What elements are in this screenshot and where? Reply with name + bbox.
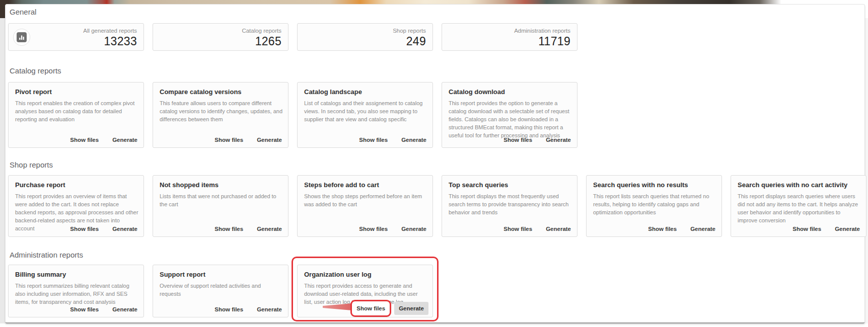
catalog-reports-row: Pivot report This report enables the cre…: [8, 82, 864, 148]
stat-label: Catalog reports: [242, 28, 281, 34]
report-card-support-report: Support report Overview of support relat…: [153, 265, 288, 317]
stat-value: 11719: [538, 35, 570, 48]
generate-button[interactable]: Generate: [690, 226, 715, 232]
report-description: This report enables the creation of comp…: [9, 96, 143, 123]
section-heading-catalog-reports: Catalog reports: [8, 66, 864, 75]
stat-card-catalog-reports: Catalog reports 1265: [153, 23, 288, 51]
report-card-catalog-landscape: Catalog landscape List of catalogs and t…: [297, 82, 433, 148]
stat-card-shop-reports: Shop reports 249: [297, 23, 433, 51]
show-files-button[interactable]: Show files: [359, 226, 388, 232]
report-card-organization-user-log: Organization user log This report provid…: [297, 265, 433, 317]
report-card-purchase-report: Purchase report This report provides an …: [8, 175, 144, 237]
stat-value: 249: [406, 35, 426, 48]
generate-button[interactable]: Generate: [257, 137, 282, 143]
report-title: Steps before add to cart: [298, 176, 432, 189]
reports-panel: General All generated reports 13233 Cata…: [5, 4, 865, 323]
report-description: List of catalogs and their assignement t…: [298, 96, 432, 123]
show-files-button[interactable]: Show files: [792, 226, 821, 232]
administration-reports-row: Billing summary This report summarizes b…: [8, 265, 864, 317]
report-card-billing-summary: Billing summary This report summarizes b…: [8, 265, 144, 317]
report-title: Top search queries: [442, 176, 577, 189]
stat-card-administration-reports: Administration reports 11719: [442, 23, 577, 51]
report-description: This report displays search queries wher…: [731, 189, 866, 224]
report-card-catalog-download: Catalog download This report provides th…: [442, 82, 577, 148]
show-files-button[interactable]: Show files: [70, 226, 99, 232]
report-description: This report displays the most frequently…: [442, 189, 577, 216]
show-files-button[interactable]: Show files: [503, 226, 532, 232]
report-description: Overview of support related activities a…: [153, 278, 288, 298]
report-title: Not shopped items: [153, 176, 288, 189]
stat-label: Shop reports: [393, 28, 426, 34]
generate-button[interactable]: Generate: [546, 226, 571, 232]
generate-button[interactable]: Generate: [546, 137, 571, 143]
report-title: Support report: [153, 265, 288, 278]
report-title: Pivot report: [9, 83, 143, 96]
report-title: Compare catalog versions: [153, 83, 288, 96]
report-title: Catalog download: [442, 83, 577, 96]
report-card-compare-catalog-versions: Compare catalog versions This feature al…: [153, 82, 288, 148]
bar-chart-icon: [13, 29, 30, 46]
report-card-steps-before-add-to-cart: Steps before add to cart Shows the shop …: [297, 175, 433, 237]
generate-button[interactable]: Generate: [394, 302, 428, 315]
report-card-not-shopped-items: Not shopped items Lists items that were …: [153, 175, 288, 237]
show-files-button[interactable]: Show files: [214, 306, 243, 312]
report-card-search-queries-no-cart-activity: Search queries with no cart activity Thi…: [731, 175, 866, 237]
show-files-button[interactable]: Show files: [356, 305, 385, 311]
report-description: Lists items that were not purchased or a…: [153, 189, 288, 208]
show-files-button[interactable]: Show files: [503, 137, 532, 143]
stat-label: Administration reports: [514, 28, 570, 34]
section-heading-shop-reports: Shop reports: [8, 160, 864, 169]
show-files-button[interactable]: Show files: [214, 137, 243, 143]
show-files-button[interactable]: Show files: [359, 137, 388, 143]
generate-button[interactable]: Generate: [257, 226, 282, 232]
report-title: Search queries with no cart activity: [731, 176, 866, 189]
annotation-highlight-box: Show files: [350, 300, 391, 317]
report-description: This report lists search queries that re…: [587, 189, 721, 216]
report-card-pivot-report: Pivot report This report enables the cre…: [8, 82, 144, 148]
generate-button[interactable]: Generate: [112, 306, 137, 312]
generate-button[interactable]: Generate: [257, 306, 282, 312]
page-background-right: [865, 18, 868, 323]
generate-button[interactable]: Generate: [112, 137, 137, 143]
report-title: Purchase report: [9, 176, 143, 189]
generate-button[interactable]: Generate: [112, 226, 137, 232]
stat-card-all-generated-reports: All generated reports 13233: [8, 23, 144, 51]
show-files-button[interactable]: Show files: [70, 306, 99, 312]
stat-label: All generated reports: [83, 28, 137, 34]
shop-reports-row: Purchase report This report provides an …: [8, 175, 864, 237]
report-description: Shows the shop steps performed before an…: [298, 189, 432, 208]
show-files-button[interactable]: Show files: [648, 226, 677, 232]
report-title: Organization user log: [298, 265, 432, 278]
report-title: Catalog landscape: [298, 83, 432, 96]
show-files-button[interactable]: Show files: [214, 226, 243, 232]
report-card-search-queries-no-results: Search queries with no results This repo…: [586, 175, 722, 237]
stats-row: All generated reports 13233 Catalog repo…: [8, 23, 864, 51]
stat-value: 1265: [255, 35, 281, 48]
report-title: Billing summary: [9, 265, 143, 278]
generate-button[interactable]: Generate: [835, 226, 860, 232]
show-files-button[interactable]: Show files: [70, 137, 99, 143]
report-description: This feature allows users to compare dif…: [153, 96, 288, 123]
report-description: This report summarizes billing relevant …: [9, 278, 143, 306]
section-heading-general: General: [8, 8, 864, 16]
stat-value: 13233: [104, 35, 137, 48]
section-heading-administration-reports: Administration reports: [8, 251, 864, 259]
report-description: This report provides the option to gener…: [442, 96, 577, 139]
generate-button[interactable]: Generate: [401, 226, 426, 232]
generate-button[interactable]: Generate: [401, 137, 426, 143]
report-card-top-search-queries: Top search queries This report displays …: [442, 175, 577, 237]
report-title: Search queries with no results: [587, 176, 721, 189]
